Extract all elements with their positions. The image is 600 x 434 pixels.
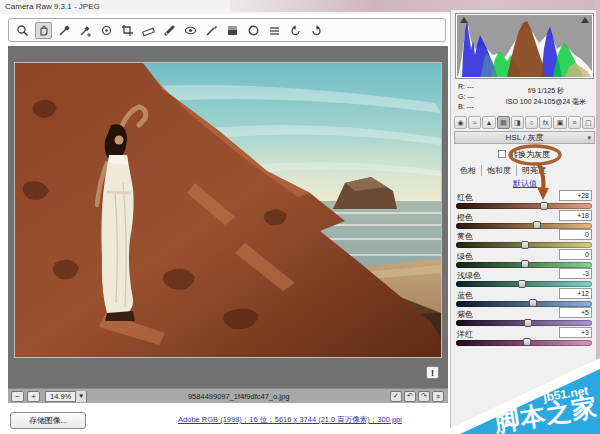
targeted-adjustment-tool-icon[interactable]	[98, 22, 115, 39]
slider-magenta: 洋红 +3	[456, 329, 593, 349]
slider-blue-label: 蓝色	[457, 290, 473, 301]
workflow-options-link[interactable]: Adobe RGB (1998)；16 位；5616 x 3744 (21.0 …	[90, 415, 490, 425]
zoom-tool-icon[interactable]	[14, 22, 31, 39]
default-link[interactable]: 默认值	[513, 178, 537, 189]
tab-hue[interactable]: 色相	[455, 165, 482, 176]
slider-blue-track[interactable]	[456, 301, 592, 307]
slider-purple-value[interactable]: +5	[559, 307, 592, 318]
panel-tab-strip: ◉ ≈ ▲ ▤ ◨ ○ fx ▣ ≡ ▢	[454, 116, 595, 130]
tab-camera-calibration-icon[interactable]: ▣	[553, 116, 566, 129]
rotate-ccw-icon[interactable]: ↶	[404, 391, 416, 402]
slider-green-label: 绿色	[457, 251, 473, 262]
slider-magenta-thumb[interactable]	[523, 338, 531, 346]
slider-orange-track[interactable]	[456, 223, 592, 229]
slider-blue-thumb[interactable]	[529, 299, 537, 307]
straighten-tool-icon[interactable]	[140, 22, 157, 39]
slider-magenta-value[interactable]: +3	[559, 327, 592, 338]
alert-badge[interactable]: !	[426, 366, 439, 379]
shadow-clipping-icon[interactable]	[460, 17, 468, 23]
exposure-text: f/9 1/125 秒	[500, 85, 592, 96]
slider-red-value[interactable]: +28	[559, 190, 592, 201]
rotate-cw-icon[interactable]: ↷	[418, 391, 430, 402]
highlight-clipping-icon[interactable]	[581, 17, 589, 23]
slider-blue-value[interactable]: +12	[559, 288, 592, 299]
r-value: ---	[467, 83, 474, 90]
tab-tone-curve-icon[interactable]: ≈	[468, 116, 481, 129]
slider-yellow-thumb[interactable]	[521, 241, 529, 249]
tab-effects-icon[interactable]: fx	[539, 116, 552, 129]
panel-header: HSL / 灰度 ▾	[454, 131, 595, 144]
slider-purple-label: 紫色	[457, 309, 473, 320]
rotate-right-icon[interactable]	[308, 22, 325, 39]
white-balance-tool-icon[interactable]	[56, 22, 73, 39]
open-filename: 9584499097_1f4f9dfc47_o.jpg	[87, 392, 390, 401]
tab-split-toning-icon[interactable]: ◨	[511, 116, 524, 129]
graduated-filter-tool-icon[interactable]	[224, 22, 241, 39]
photo-canvas[interactable]	[14, 62, 442, 358]
tool-bar	[8, 18, 446, 42]
zoom-out-button[interactable]: −	[11, 391, 24, 402]
crop-tool-icon[interactable]	[119, 22, 136, 39]
panel-menu-icon[interactable]: ▾	[587, 132, 591, 144]
convert-grayscale-checkbox[interactable]	[498, 150, 506, 158]
save-image-button[interactable]: 存储图像...	[10, 412, 86, 429]
tab-presets-icon[interactable]: ≡	[568, 116, 581, 129]
hsl-sub-tabs: 色相 饱和度 明亮度	[455, 165, 551, 176]
convert-grayscale-row: 转换为灰度	[451, 149, 597, 160]
tab-lens-corrections-icon[interactable]: ○	[525, 116, 538, 129]
exposure-info: R: --- G: --- B: --- f/9 1/125 秒 ISO 100…	[456, 81, 593, 115]
rotate-left-icon[interactable]	[287, 22, 304, 39]
slider-green-thumb[interactable]	[521, 260, 529, 268]
luminance-sliders: 红色 +28 橙色 +18 黄色 0 绿色 0	[456, 192, 593, 348]
slider-aqua-thumb[interactable]	[518, 280, 526, 288]
b-value: ---	[467, 103, 474, 110]
histogram	[456, 14, 593, 78]
adjustment-brush-tool-icon[interactable]	[203, 22, 220, 39]
slider-red-label: 红色	[457, 192, 473, 203]
zoom-in-button[interactable]: +	[27, 391, 40, 402]
slider-orange-thumb[interactable]	[533, 221, 541, 229]
histogram-plot	[457, 15, 592, 77]
slider-purple-thumb[interactable]	[524, 319, 532, 327]
convert-grayscale-label: 转换为灰度	[510, 150, 550, 159]
panel-title: HSL / 灰度	[506, 133, 544, 142]
slider-yellow-label: 黄色	[457, 231, 473, 242]
zoom-level-value: 14.9%	[46, 392, 75, 401]
color-sampler-tool-icon[interactable]	[77, 22, 94, 39]
slider-red-track[interactable]	[456, 203, 592, 209]
preferences-icon[interactable]	[266, 22, 283, 39]
preview-status-bar: − + 14.9% ▼ 9584499097_1f4f9dfc47_o.jpg …	[8, 388, 448, 403]
spot-removal-tool-icon[interactable]	[161, 22, 178, 39]
mark-delete-icon[interactable]: ✓	[390, 391, 402, 402]
slider-red-thumb[interactable]	[540, 202, 548, 210]
tab-detail-icon[interactable]: ▲	[482, 116, 495, 129]
slider-aqua-label: 浅绿色	[457, 270, 481, 281]
slider-green-value[interactable]: 0	[559, 249, 592, 260]
iso-lens-text: ISO 100 24-105@24 毫米	[500, 96, 592, 107]
tab-basic-icon[interactable]: ◉	[454, 116, 467, 129]
image-preview-area: !	[8, 46, 448, 388]
g-value: ---	[467, 93, 474, 100]
red-eye-tool-icon[interactable]	[182, 22, 199, 39]
tab-luminance[interactable]: 明亮度	[517, 165, 551, 176]
camera-raw-window: Camera Raw 9.3.1 - JPEG	[0, 0, 600, 434]
slider-yellow-value[interactable]: 0	[559, 229, 592, 240]
chevron-down-icon[interactable]: ▼	[75, 391, 86, 402]
window-title: Camera Raw 9.3.1 - JPEG	[5, 2, 100, 11]
adjustments-panel: R: --- G: --- B: --- f/9 1/125 秒 ISO 100…	[450, 10, 596, 434]
filmstrip-menu-icon[interactable]: ≡	[432, 391, 444, 402]
tab-hsl-grayscale-icon[interactable]: ▤	[497, 116, 510, 129]
hand-tool-icon[interactable]	[35, 22, 52, 39]
slider-aqua-value[interactable]: -3	[559, 268, 592, 279]
tab-saturation[interactable]: 饱和度	[482, 165, 517, 176]
zoom-level-select[interactable]: 14.9% ▼	[45, 391, 87, 402]
tab-snapshots-icon[interactable]: ▢	[582, 116, 595, 129]
photo-image	[15, 63, 441, 357]
slider-magenta-label: 洋红	[457, 329, 473, 340]
slider-orange-value[interactable]: +18	[559, 210, 592, 221]
slider-orange-label: 橙色	[457, 212, 473, 223]
radial-filter-tool-icon[interactable]	[245, 22, 262, 39]
